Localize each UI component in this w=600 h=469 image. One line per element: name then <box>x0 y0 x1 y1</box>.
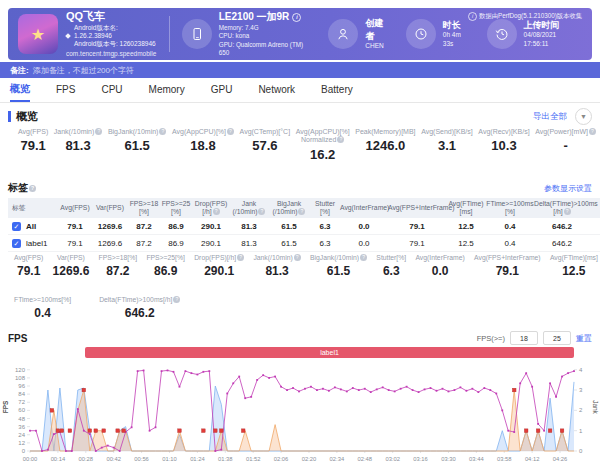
svg-text:00:00: 00:00 <box>23 456 38 462</box>
svg-text:00:56: 00:56 <box>134 456 149 462</box>
tab-Network[interactable]: Network <box>258 78 295 102</box>
value-cell: 61.5 <box>268 239 310 248</box>
device-gpu: GPU: Qualcomm Adreno (TM) 650 <box>219 41 315 58</box>
row-checkbox[interactable]: ✓ <box>12 239 21 248</box>
column-header: 标签 <box>8 204 58 212</box>
help-icon[interactable]: ? <box>159 128 166 135</box>
help-icon[interactable]: ? <box>213 208 220 215</box>
column-header: BigJank (/10min)? <box>268 200 310 216</box>
upload-value: 04/08/2021 17:56:11 <box>524 31 582 49</box>
tab-GPU[interactable]: GPU <box>211 78 233 102</box>
stat-FTime>=100ms[%]: FTime>=100ms[%]0.4 <box>14 296 71 320</box>
report-header: ★ QQ飞车 Android版本名: 1.26.2.38946 Android版… <box>8 8 592 60</box>
help-icon[interactable]: ? <box>258 208 265 215</box>
value-cell: 6.3 <box>310 222 340 231</box>
help-icon[interactable]: ? <box>173 296 180 303</box>
help-icon[interactable]: ? <box>337 136 344 143</box>
column-header: FPS>=18 [%] <box>128 200 160 216</box>
duration-block: 时长 0h 4m 33s <box>406 19 473 49</box>
fps-chart[interactable]: 0122436486072849610812001234FPSJank00:00… <box>0 359 600 469</box>
value-cell: 79.1 <box>388 222 446 231</box>
tab-CPU[interactable]: CPU <box>101 78 122 102</box>
export-all-link[interactable]: 导出全部 <box>533 111 567 123</box>
stat-Avg(FTime)[ms]: Avg(FTime)[ms]12.5 <box>550 254 598 278</box>
value-cell: 86.9 <box>160 239 192 248</box>
column-header: Var(FPS) <box>92 204 128 212</box>
svg-text:36: 36 <box>18 424 25 430</box>
value-cell: 0.0 <box>340 222 388 231</box>
value-cell: 79.1 <box>58 239 92 248</box>
app-version-code: Android版本号: 1260238946 <box>74 40 157 48</box>
stat-Avg(Power)[mW]: Avg(Power)[mW]?- <box>535 128 596 162</box>
svg-text:84: 84 <box>18 391 25 397</box>
column-header: Avg( <box>590 204 600 212</box>
help-icon[interactable]: ? <box>237 254 244 261</box>
clock-icon <box>406 19 436 49</box>
person-icon <box>328 19 358 49</box>
device-cpu: CPU: kona <box>219 32 315 41</box>
app-package: com.tencent.tmgp.speedmobile <box>66 50 157 58</box>
stat-FPS>=25[%]: FPS>=25[%]86.9 <box>146 254 185 278</box>
tab-Battery[interactable]: Battery <box>321 78 353 102</box>
svg-text:00:28: 00:28 <box>79 456 94 462</box>
help-icon[interactable]: ? <box>294 254 301 261</box>
value-cell: 290.1 <box>192 239 230 248</box>
note-bar[interactable]: 备注: 添加备注，不超过200个字符 <box>0 62 600 78</box>
svg-text:02:34: 02:34 <box>330 456 345 462</box>
help-icon[interactable]: ? <box>29 185 36 192</box>
stat-label: Stutter[%] <box>376 254 406 262</box>
tab-FPS[interactable]: FPS <box>56 78 75 102</box>
tab-概览[interactable]: 概览 <box>10 78 30 102</box>
stat-value: 86.9 <box>146 264 185 278</box>
device-memory: Memory: 7.4G <box>219 24 315 33</box>
svg-text:04:26: 04:26 <box>553 456 568 462</box>
column-header: FTime>=100ms [%] <box>486 200 534 216</box>
value-cell: 646.2 <box>534 222 590 231</box>
stat-Peak(Memory)[MB]: Peak(Memory)[MB]1246.0 <box>355 128 415 162</box>
app-icon: ★ <box>18 14 58 54</box>
stat-value: 61.5 <box>108 138 167 153</box>
info-icon: i <box>468 12 477 21</box>
value-cell: 0.4 <box>486 239 534 248</box>
collapse-button[interactable]: ▼ <box>575 108 592 125</box>
note-label: 备注: <box>10 65 29 76</box>
svg-text:4: 4 <box>579 367 583 373</box>
row-checkbox[interactable]: ✓ <box>12 222 21 231</box>
band-label: label1 <box>320 349 339 356</box>
svg-text:03:30: 03:30 <box>441 456 456 462</box>
reset-link[interactable]: 重置 <box>576 333 592 344</box>
stat-label: Var(FPS) <box>53 254 90 262</box>
label-detail-stats-row1: Avg(FPS)79.1Var(FPS)1269.6FPS>=18[%]87.2… <box>14 254 598 278</box>
app-version-name: Android版本名: 1.26.2.38946 <box>74 24 157 40</box>
upload-block: 上传时间 04/08/2021 17:56:11 <box>487 19 582 49</box>
stat-value: 0.0 <box>415 264 464 278</box>
help-icon[interactable]: ? <box>589 128 596 135</box>
stat-value: 87.2 <box>99 264 138 278</box>
param-settings-link[interactable]: 参数显示设置 <box>544 183 592 194</box>
stat-value: 79.1 <box>474 264 541 278</box>
device-info-icon[interactable]: i <box>292 13 301 22</box>
stat-label: Avg(FPS+InterFrame) <box>474 254 541 262</box>
help-icon[interactable]: ? <box>564 208 571 215</box>
fps-threshold-input-1[interactable] <box>510 331 538 345</box>
help-icon[interactable]: ? <box>95 128 102 135</box>
stat-label: Avg(InterFrame) <box>415 254 464 262</box>
stat-Stutter[%]: Stutter[%]6.3 <box>376 254 406 278</box>
help-icon[interactable]: ? <box>227 128 234 135</box>
svg-text:0: 0 <box>22 448 26 454</box>
fps-threshold-label: FPS(>=) <box>477 334 505 343</box>
svg-text:00:14: 00:14 <box>51 456 66 462</box>
fps-threshold-input-2[interactable] <box>543 331 571 345</box>
stat-BigJank(/10min): BigJank(/10min)?61.5 <box>310 254 367 278</box>
help-icon[interactable]: ? <box>298 208 305 215</box>
value-cell: 87.2 <box>128 239 160 248</box>
stat-value: 1246.0 <box>355 138 415 153</box>
label1-band[interactable]: label1 <box>85 347 574 358</box>
tab-Memory[interactable]: Memory <box>149 78 185 102</box>
stat-Avg(FPS): Avg(FPS)79.1 <box>18 128 48 162</box>
svg-text:1: 1 <box>579 428 583 434</box>
value-cell: 0.0 <box>340 239 388 248</box>
column-header: Stutter [%] <box>310 200 340 216</box>
stat-value: 79.1 <box>14 264 43 278</box>
help-icon[interactable]: ? <box>360 254 367 261</box>
